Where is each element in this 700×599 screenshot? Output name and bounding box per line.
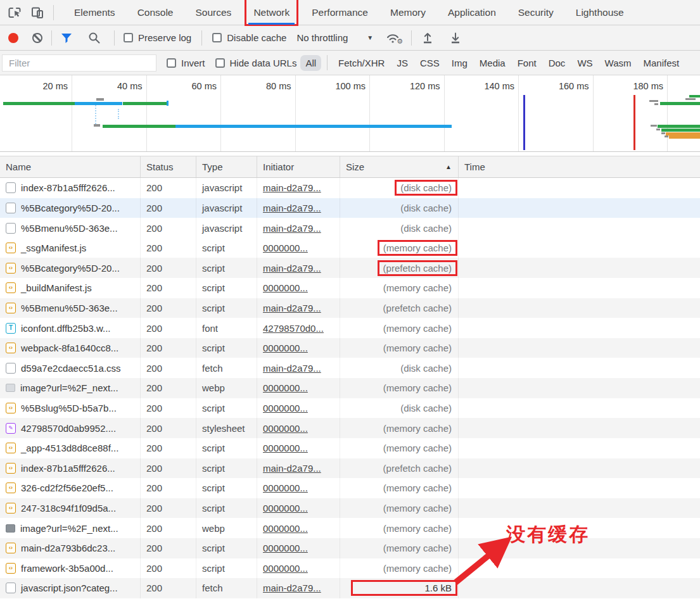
throttling-select[interactable]: No throttling ▼ xyxy=(296,32,373,43)
filter-chip-all[interactable]: All xyxy=(300,55,321,71)
cell-name[interactable]: %5Bmenu%5D-363e... xyxy=(0,218,141,238)
tab-console[interactable]: Console xyxy=(137,0,174,25)
cell-name[interactable]: ‹›index-87b1a5fff2626... xyxy=(0,458,141,479)
column-header-status[interactable]: Status xyxy=(141,156,196,177)
waterfall-bar-green[interactable] xyxy=(3,102,75,105)
waterfall-bar-green[interactable] xyxy=(123,102,167,105)
table-row[interactable]: ‹›index-87b1a5fff2626...200scriptmain-d2… xyxy=(0,458,700,479)
initiator-link[interactable]: main-d2a79... xyxy=(263,263,321,274)
waterfall-bar-gray[interactable] xyxy=(649,100,658,102)
cell-name[interactable]: ‹›%5Bslug%5D-b5a7b... xyxy=(0,398,141,419)
initiator-link[interactable]: 42798570d0... xyxy=(263,323,324,334)
column-header-name[interactable]: Name xyxy=(0,156,141,177)
table-row[interactable]: ✎42798570d0ab9952....200stylesheet000000… xyxy=(0,418,700,438)
column-header-initiator[interactable]: Initiator xyxy=(257,156,340,177)
clear-network-log-icon[interactable] xyxy=(32,33,42,43)
table-row[interactable]: javascript.json?categ...200fetchmain-d2a… xyxy=(0,578,700,598)
waterfall-bar-green[interactable] xyxy=(689,95,700,98)
table-row[interactable]: ‹›_app-4513d8d8ce88f...200script0000000.… xyxy=(0,438,700,458)
filter-chip-js[interactable]: JS xyxy=(391,55,413,71)
initiator-link[interactable]: 0000000... xyxy=(263,482,308,493)
cell-name[interactable]: javascript.json?categ... xyxy=(0,578,141,598)
initiator-link[interactable]: 0000000... xyxy=(263,443,308,453)
waterfall-bar-blue[interactable] xyxy=(167,101,169,106)
initiator-link[interactable]: 0000000... xyxy=(263,523,308,534)
filter-chip-fetch-xhr[interactable]: Fetch/XHR xyxy=(333,55,390,71)
filter-chip-manifest[interactable]: Manifest xyxy=(639,55,685,71)
table-row[interactable]: %5Bmenu%5D-363e...200javascriptmain-d2a7… xyxy=(0,218,700,238)
tab-performance[interactable]: Performance xyxy=(312,0,368,25)
cell-name[interactable]: ‹›%5Bmenu%5D-363e... xyxy=(0,298,141,318)
cell-name[interactable]: d59a7e2cdaecc51a.css xyxy=(0,358,141,378)
table-row[interactable]: ‹›%5Bslug%5D-b5a7b...200script0000000...… xyxy=(0,398,700,419)
cell-name[interactable]: Ticonfont.dffb25b3.w... xyxy=(0,318,141,338)
table-row[interactable]: Ticonfont.dffb25b3.w...200font42798570d0… xyxy=(0,318,700,338)
waterfall-bar-green[interactable] xyxy=(658,125,700,128)
initiator-link[interactable]: 0000000... xyxy=(263,382,308,393)
cell-name[interactable]: image?url=%2F_next... xyxy=(0,378,141,398)
initiator-link[interactable]: 0000000... xyxy=(263,543,308,553)
table-row[interactable]: ‹›%5Bmenu%5D-363e...200scriptmain-d2a79.… xyxy=(0,298,700,318)
cell-name[interactable]: image?url=%2F_next... xyxy=(0,518,141,538)
waterfall-bar-gray[interactable] xyxy=(656,129,660,130)
cell-name[interactable]: ‹›framework-3b5a00d... xyxy=(0,558,141,579)
waterfall-bar-gray[interactable] xyxy=(96,98,104,101)
waterfall-bar-gray[interactable] xyxy=(651,125,657,127)
checkbox[interactable] xyxy=(215,58,225,68)
table-row[interactable]: %5Bcategory%5D-20...200javascriptmain-d2… xyxy=(0,198,700,218)
waterfall-bar-green[interactable] xyxy=(660,102,700,105)
table-row[interactable]: ‹›326-cd2f2f56e20ef5...200script0000000.… xyxy=(0,478,700,498)
initiator-link[interactable]: main-d2a79... xyxy=(263,363,321,374)
initiator-link[interactable]: main-d2a79... xyxy=(263,463,321,474)
initiator-link[interactable]: 0000000... xyxy=(263,343,308,353)
waterfall-bar-green[interactable] xyxy=(661,129,700,132)
filter-chip-media[interactable]: Media xyxy=(474,55,511,71)
device-toolbar-icon[interactable] xyxy=(30,6,44,20)
initiator-link[interactable]: main-d2a79... xyxy=(263,583,321,593)
table-row[interactable]: d59a7e2cdaecc51a.css200fetchmain-d2a79..… xyxy=(0,358,700,378)
filter-chip-ws[interactable]: WS xyxy=(572,55,597,71)
waterfall-bar-orange[interactable] xyxy=(669,136,700,139)
table-row[interactable]: ‹›_ssgManifest.js200script0000000...(mem… xyxy=(0,238,700,258)
cell-name[interactable]: ‹›_app-4513d8d8ce88f... xyxy=(0,438,141,458)
table-row[interactable]: ‹›main-d2a793b6dc23...200script0000000..… xyxy=(0,538,700,558)
checkbox[interactable] xyxy=(124,33,133,42)
tab-memory[interactable]: Memory xyxy=(390,0,426,25)
initiator-link[interactable]: 0000000... xyxy=(263,282,308,293)
initiator-link[interactable]: main-d2a79... xyxy=(263,303,321,313)
cell-name[interactable]: ‹›webpack-8fa1640cc8... xyxy=(0,338,141,358)
initiator-link[interactable]: main-d2a79... xyxy=(263,223,321,234)
table-row[interactable]: index-87b1a5fff2626...200javascriptmain-… xyxy=(0,178,700,198)
tab-lighthouse[interactable]: Lighthouse xyxy=(576,0,624,25)
tab-security[interactable]: Security xyxy=(518,0,554,25)
preserve-log-checkbox[interactable]: Preserve log xyxy=(124,32,191,43)
table-row[interactable]: image?url=%2F_next...200webp0000000...(m… xyxy=(0,518,700,538)
filter-chip-wasm[interactable]: Wasm xyxy=(600,55,637,71)
waterfall-bar-green[interactable] xyxy=(103,125,175,128)
filter-input[interactable] xyxy=(2,54,156,72)
filter-chip-doc[interactable]: Doc xyxy=(544,55,571,71)
cell-name[interactable]: ‹›326-cd2f2f56e20ef5... xyxy=(0,478,141,498)
filter-chip-img[interactable]: Img xyxy=(447,55,473,71)
tab-application[interactable]: Application xyxy=(448,0,496,25)
cell-name[interactable]: ‹›247-318c94f1f09d5a... xyxy=(0,498,141,519)
checkbox[interactable] xyxy=(167,58,176,68)
waterfall-bar-gray[interactable] xyxy=(94,124,100,127)
filter-chip-css[interactable]: CSS xyxy=(415,55,445,71)
waterfall-bar-gray[interactable] xyxy=(654,103,658,105)
table-row[interactable]: ‹›247-318c94f1f09d5a...200script0000000.… xyxy=(0,498,700,519)
table-row[interactable]: ‹›webpack-8fa1640cc8...200script0000000.… xyxy=(0,338,700,358)
cell-name[interactable]: index-87b1a5fff2626... xyxy=(0,178,141,198)
inspect-element-icon[interactable] xyxy=(8,6,22,20)
cell-name[interactable]: ‹›_buildManifest.js xyxy=(0,278,141,298)
table-row[interactable]: ‹›framework-3b5a00d...200script0000000..… xyxy=(0,558,700,579)
network-conditions-icon[interactable]: ⚙ xyxy=(386,32,401,44)
table-row[interactable]: ‹›%5Bcategory%5D-20...200scriptmain-d2a7… xyxy=(0,258,700,278)
initiator-link[interactable]: 0000000... xyxy=(263,403,308,413)
export-har-icon[interactable] xyxy=(449,31,462,45)
column-header-size[interactable]: Size▲ xyxy=(340,156,459,177)
tab-sources[interactable]: Sources xyxy=(196,0,232,25)
cell-name[interactable]: ‹›%5Bcategory%5D-20... xyxy=(0,258,141,278)
table-row[interactable]: ‹›_buildManifest.js200script0000000...(m… xyxy=(0,278,700,298)
disable-cache-checkbox[interactable]: Disable cache xyxy=(212,32,286,43)
